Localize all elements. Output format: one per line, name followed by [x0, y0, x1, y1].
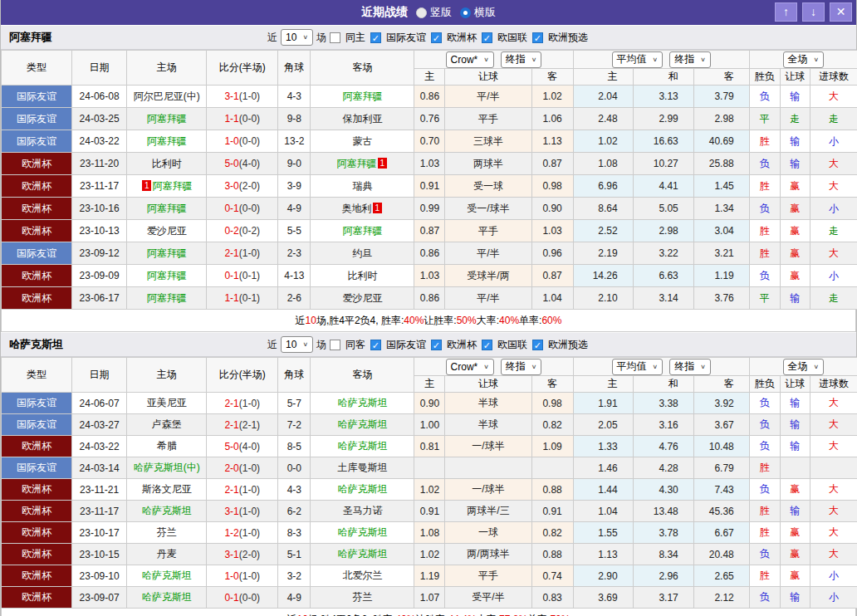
scope-dropdown[interactable]: 全场∨ [783, 359, 825, 375]
competition-checkbox[interactable]: ✓ [482, 340, 492, 350]
close-button[interactable]: ✕ [830, 2, 852, 22]
avg-away: 3.92 [693, 393, 749, 414]
odds-home [414, 457, 445, 479]
result-handicap: 赢 [780, 220, 810, 242]
half-time-score: (2-0) [239, 549, 260, 560]
half-time-score: (0-0) [239, 135, 260, 147]
odds-home: 0.86 [414, 242, 445, 265]
competition-checkbox[interactable]: ✓ [431, 340, 442, 350]
match-type-badge: 欧洲杯 [2, 544, 71, 565]
close-icon: ✕ [836, 5, 846, 18]
col-header: 比分(半场) [207, 358, 278, 393]
radio-icon[interactable] [416, 7, 427, 18]
corner-count: 3-2 [278, 565, 311, 587]
competition-checkbox[interactable]: ✓ [482, 32, 492, 43]
sub-header: 主 [414, 69, 445, 86]
handicap-line: 平手 [445, 565, 531, 587]
result-outcome: 负 [749, 198, 780, 220]
full-time-score: 2-1 [224, 247, 238, 259]
col-header: 主场 [127, 51, 207, 86]
competition-checkbox[interactable]: ✓ [370, 340, 381, 350]
same-venue-checkbox[interactable] [330, 340, 340, 350]
result-handicap: 输 [780, 414, 810, 436]
handicap-line: 平手 [445, 220, 531, 242]
team-label: 阿塞拜疆 [147, 270, 187, 281]
half-time-score: (4-0) [239, 441, 260, 452]
odds-final-dropdown[interactable]: 终指∨ [501, 359, 542, 375]
chevron-down-icon: ∨ [302, 341, 308, 348]
odds-away: 0.98 [531, 175, 573, 198]
team-label: 瑞典 [352, 180, 372, 192]
corner-count: 13-2 [278, 130, 311, 153]
result-goals: 大 [810, 544, 857, 565]
vertical-layout-radio[interactable]: 竖版 [416, 5, 452, 20]
avg-home: 2.90 [573, 565, 633, 587]
half-time-score: (0-2) [239, 225, 260, 237]
result-goals: 大 [810, 501, 857, 522]
competition-checkbox[interactable]: ✓ [431, 32, 442, 43]
sub-header: 胜负 [749, 376, 780, 393]
team-label: 蒙古 [352, 135, 372, 147]
scope-dropdown[interactable]: 全场∨ [783, 51, 825, 68]
corner-count: 9-0 [278, 153, 311, 175]
table-row: 欧洲杯23-10-15丹麦3-1(2-0)5-1哈萨克斯坦1.02两/两球半0.… [2, 544, 857, 565]
col-header: 日期 [72, 51, 127, 86]
average-final-dropdown[interactable]: 终指∨ [669, 359, 711, 375]
odds-away: 1.02 [531, 86, 573, 108]
average-final-dropdown[interactable]: 终指∨ [669, 51, 711, 68]
team-label: 哈萨克斯坦 [337, 397, 387, 408]
competition-checkbox[interactable]: ✓ [532, 32, 543, 43]
average-dropdown[interactable]: 平均值∨ [612, 51, 664, 68]
move-up-button[interactable]: ↑ [775, 2, 797, 22]
handicap-line: 一/球半 [445, 436, 531, 457]
handicap-line: 受平/半 [445, 587, 531, 609]
sub-header: 让球 [445, 376, 531, 393]
result-goals: 大 [810, 479, 857, 501]
half-time-score: (0-0) [239, 203, 260, 214]
section-header: 哈萨克斯坦 近10∨场同客✓国际友谊✓欧洲杯✓欧国联✓欧洲预选 [1, 332, 856, 357]
match-date: 23-11-17 [72, 175, 127, 198]
odds-away: 0.87 [531, 265, 573, 287]
team-label: 哈萨克斯坦(中) [134, 462, 200, 473]
odds-source-dropdown[interactable]: Crow*∨ [446, 359, 494, 375]
col-header: 客场 [311, 51, 414, 86]
avg-draw: 4.30 [633, 479, 693, 501]
match-date: 23-10-15 [72, 544, 127, 565]
odds-home: 1.07 [414, 587, 445, 609]
odds-away: 1.09 [531, 436, 573, 457]
table-row: 欧洲杯24-03-22希腊5-0(4-0)8-5哈萨克斯坦0.81一/球半1.0… [2, 436, 857, 457]
result-goals: 大 [810, 414, 857, 436]
horizontal-layout-radio[interactable]: 横版 [460, 5, 496, 20]
competition-checkbox[interactable]: ✓ [370, 32, 381, 43]
odds-source-dropdown[interactable]: Crow*∨ [446, 51, 494, 68]
table-row: 欧洲杯23-06-17阿塞拜疆1-1(0-1)2-6爱沙尼亚0.86平/半1.0… [2, 287, 857, 310]
avg-home: 2.52 [573, 220, 633, 242]
result-goals: 小 [810, 565, 857, 587]
odds-final-dropdown[interactable]: 终指∨ [501, 51, 542, 68]
match-date: 24-06-08 [72, 86, 127, 108]
match-type-badge: 国际友谊 [2, 414, 71, 435]
match-count-select[interactable]: 10∨ [281, 336, 313, 353]
same-venue-checkbox[interactable] [330, 32, 340, 43]
sub-header: 客 [531, 376, 573, 393]
arrow-up-icon: ↑ [783, 5, 789, 18]
competition-checkbox[interactable]: ✓ [532, 340, 543, 350]
corner-count: 5-7 [278, 393, 311, 414]
match-type-badge: 欧洲杯 [2, 175, 71, 197]
full-time-score: 1-1 [224, 113, 238, 125]
competition-label: 国际友谊 [386, 338, 426, 352]
avg-away: 3.04 [693, 220, 749, 242]
handicap-line: 半球 [445, 393, 531, 414]
avg-home: 6.96 [573, 175, 633, 198]
handicap-line: 平/半 [445, 86, 531, 108]
move-down-button[interactable]: ↓ [802, 2, 825, 22]
average-dropdown[interactable]: 平均值∨ [612, 359, 664, 375]
sub-header: 进球数 [810, 69, 857, 86]
match-count-select[interactable]: 10∨ [281, 29, 313, 46]
corner-count: 3-9 [278, 175, 311, 198]
avg-away: 6.67 [693, 522, 749, 544]
filter-prefix-label: 近 [267, 31, 277, 45]
result-handicap: 输 [780, 287, 810, 310]
radio-icon[interactable] [460, 7, 471, 18]
handicap-line: 受一/球半 [445, 198, 531, 220]
